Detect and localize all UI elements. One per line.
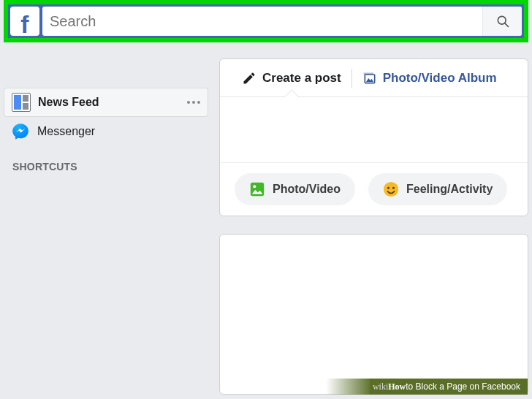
- sidebar-item-messenger[interactable]: Messenger: [4, 117, 208, 146]
- svg-point-7: [384, 182, 398, 197]
- caption-brand-b: How: [388, 381, 406, 392]
- svg-rect-3: [363, 72, 373, 75]
- search-icon: [495, 14, 510, 28]
- photo-icon: [249, 181, 265, 197]
- caption-brand-a: wiki: [373, 381, 388, 392]
- action-label: Photo/Video: [273, 183, 341, 196]
- sidebar-item-label: Messenger: [37, 125, 201, 138]
- header-highlight: f: [4, 0, 528, 42]
- search-input[interactable]: [42, 7, 482, 36]
- svg-marker-4: [366, 78, 373, 82]
- svg-point-6: [253, 185, 256, 188]
- facebook-logo-icon[interactable]: f: [10, 7, 39, 36]
- feeling-icon: [383, 181, 399, 197]
- shortcuts-header: SHORTCUTS: [4, 146, 208, 172]
- composer-tabs: Create a post Photo/Video Album: [220, 59, 528, 97]
- sidebar-item-news-feed[interactable]: News Feed: [4, 88, 208, 117]
- sidebar: News Feed Messenger SHORTCUTS: [4, 88, 208, 172]
- sidebar-item-label: News Feed: [38, 96, 187, 109]
- news-feed-icon: [12, 93, 31, 112]
- caption-text: to Block a Page on Facebook: [406, 381, 520, 392]
- composer-textarea[interactable]: [220, 97, 528, 163]
- composer-actions: Photo/Video Feeling/Activity: [220, 163, 528, 216]
- tab-create-post[interactable]: Create a post: [232, 59, 352, 96]
- pencil-icon: [242, 71, 256, 86]
- search-field-wrap: [42, 7, 522, 36]
- action-label: Feeling/Activity: [406, 183, 493, 196]
- action-photo-video[interactable]: Photo/Video: [235, 173, 355, 205]
- svg-point-9: [392, 187, 395, 189]
- album-icon: [362, 71, 377, 86]
- messenger-icon: [11, 122, 30, 141]
- tab-label: Create a post: [262, 71, 341, 86]
- tab-photo-album[interactable]: Photo/Video Album: [352, 59, 507, 96]
- wikihow-caption: wikiHow to Block a Page on Facebook: [326, 379, 528, 395]
- action-feeling-activity[interactable]: Feeling/Activity: [368, 173, 507, 205]
- more-options-icon[interactable]: [187, 101, 200, 104]
- svg-line-1: [504, 23, 508, 27]
- header-search-bar: f: [8, 4, 524, 38]
- composer-card: Create a post Photo/Video Album Photo/Vi…: [219, 58, 528, 216]
- tab-label: Photo/Video Album: [383, 71, 497, 86]
- feed-card: [219, 234, 528, 395]
- svg-point-8: [387, 187, 390, 189]
- search-button[interactable]: [482, 7, 522, 36]
